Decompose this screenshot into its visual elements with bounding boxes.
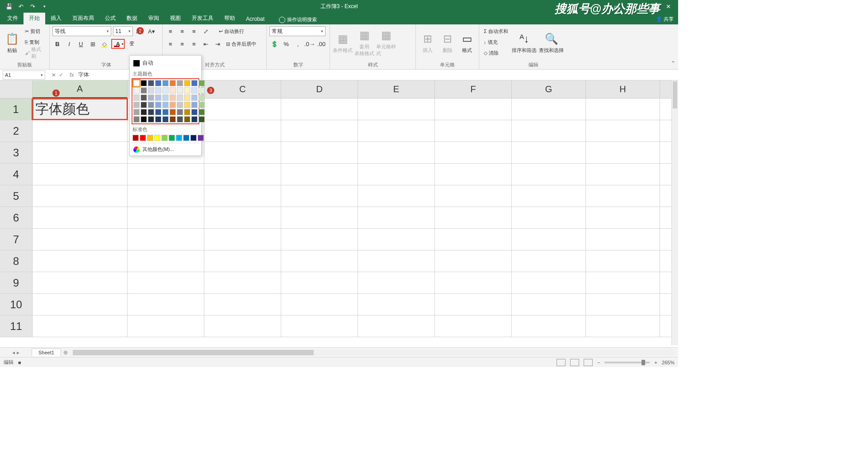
- cell-C10[interactable]: [204, 294, 281, 315]
- cell-A7[interactable]: [33, 229, 127, 250]
- theme-swatch[interactable]: [162, 102, 169, 108]
- cell-C2[interactable]: [204, 120, 281, 141]
- theme-swatch[interactable]: [170, 80, 176, 86]
- cell-D9[interactable]: [281, 272, 358, 293]
- undo-icon[interactable]: ↶: [15, 1, 26, 12]
- decrease-decimal-button[interactable]: .00: [316, 39, 326, 49]
- cell-G6[interactable]: [512, 207, 586, 228]
- cell-H1[interactable]: [586, 99, 660, 120]
- theme-swatch[interactable]: [198, 109, 205, 115]
- orientation-button[interactable]: ⤢: [201, 26, 211, 36]
- scroll-thumb[interactable]: [673, 81, 677, 108]
- theme-swatch[interactable]: [133, 109, 140, 115]
- theme-swatch[interactable]: [141, 102, 147, 108]
- theme-swatch[interactable]: [141, 116, 147, 122]
- standard-swatch[interactable]: [190, 135, 197, 141]
- bold-button[interactable]: B: [52, 39, 62, 49]
- col-header-A[interactable]: A: [33, 80, 127, 98]
- theme-swatch[interactable]: [191, 80, 198, 86]
- tab-insert[interactable]: 插入: [45, 12, 67, 24]
- col-header-H[interactable]: H: [586, 80, 660, 98]
- zoom-in-button[interactable]: +: [654, 360, 657, 365]
- align-bottom-button[interactable]: ≡: [189, 26, 199, 36]
- cell-E8[interactable]: [358, 250, 435, 272]
- theme-swatch[interactable]: [133, 102, 140, 108]
- cell-G1[interactable]: [512, 99, 586, 120]
- theme-swatch[interactable]: [177, 80, 183, 86]
- cell-B6[interactable]: [127, 207, 204, 228]
- theme-swatch[interactable]: [155, 116, 161, 122]
- cell-H7[interactable]: [586, 229, 660, 250]
- col-header-E[interactable]: E: [358, 80, 435, 98]
- font-size-select[interactable]: 11▾: [113, 26, 133, 36]
- indent-inc-button[interactable]: ⇥: [212, 39, 222, 49]
- cell-D6[interactable]: [281, 207, 358, 228]
- cell-H11[interactable]: [586, 316, 660, 337]
- theme-swatch[interactable]: [198, 116, 205, 122]
- cell-G11[interactable]: [512, 316, 586, 337]
- sheet-tab-1[interactable]: Sheet1: [32, 349, 61, 356]
- theme-swatch[interactable]: [184, 102, 190, 108]
- theme-swatch[interactable]: [177, 109, 183, 115]
- indent-dec-button[interactable]: ⇤: [201, 39, 211, 49]
- theme-swatch[interactable]: [198, 80, 205, 86]
- tab-view[interactable]: 视图: [165, 12, 186, 24]
- cell-F1[interactable]: [435, 99, 512, 120]
- theme-swatch[interactable]: [198, 87, 205, 94]
- cell-A1[interactable]: 字体颜色: [33, 99, 127, 120]
- paste-button[interactable]: 📋粘贴: [3, 26, 21, 59]
- row-header-10[interactable]: 10: [0, 294, 33, 315]
- theme-swatch[interactable]: [184, 80, 190, 86]
- theme-swatch[interactable]: [155, 80, 161, 86]
- theme-swatch[interactable]: [184, 87, 190, 94]
- conditional-format-button[interactable]: ▦条件格式: [333, 26, 353, 59]
- delete-cells-button[interactable]: ⊟删除: [439, 26, 457, 59]
- cell-C3[interactable]: [204, 142, 281, 163]
- theme-swatch[interactable]: [148, 116, 154, 122]
- row-header-11[interactable]: 11: [0, 316, 33, 337]
- theme-swatch[interactable]: [155, 109, 161, 115]
- cell-H6[interactable]: [586, 207, 660, 228]
- standard-swatch[interactable]: [183, 135, 189, 141]
- theme-swatch[interactable]: [191, 87, 198, 94]
- normal-view-button[interactable]: [557, 359, 566, 366]
- cell-C8[interactable]: [204, 250, 281, 272]
- theme-swatch[interactable]: [162, 80, 169, 86]
- cell-D5[interactable]: [281, 185, 358, 207]
- theme-swatch[interactable]: [184, 109, 190, 115]
- theme-swatch[interactable]: [141, 94, 147, 101]
- cell-F2[interactable]: [435, 120, 512, 141]
- theme-swatch[interactable]: [148, 94, 154, 101]
- insert-cells-button[interactable]: ⊞插入: [419, 26, 437, 59]
- cell-A3[interactable]: [33, 142, 127, 163]
- cell-D2[interactable]: [281, 120, 358, 141]
- theme-swatch[interactable]: [177, 102, 183, 108]
- cell-B8[interactable]: [127, 250, 204, 272]
- find-select-button[interactable]: 🔍查找和选择: [539, 26, 564, 59]
- tab-help[interactable]: 帮助: [219, 12, 241, 24]
- cell-B11[interactable]: [127, 316, 204, 337]
- cell-G4[interactable]: [512, 164, 586, 185]
- cell-G8[interactable]: [512, 250, 586, 272]
- cell-F11[interactable]: [435, 316, 512, 337]
- cancel-edit-icon[interactable]: ✕: [52, 72, 56, 78]
- fill-color-button[interactable]: ◇: [99, 39, 109, 49]
- cell-E3[interactable]: [358, 142, 435, 163]
- qat-dropdown-icon[interactable]: ▾: [39, 1, 50, 12]
- cell-H8[interactable]: [586, 250, 660, 272]
- standard-swatch[interactable]: [169, 135, 175, 141]
- standard-swatch[interactable]: [176, 135, 182, 141]
- color-auto-row[interactable]: 自动: [132, 57, 199, 69]
- name-box[interactable]: A1▾: [3, 71, 45, 80]
- theme-swatch[interactable]: [191, 94, 198, 101]
- theme-swatch[interactable]: [155, 94, 161, 101]
- cell-B9[interactable]: [127, 272, 204, 293]
- border-button[interactable]: ⊞: [88, 39, 98, 49]
- tab-file[interactable]: 文件: [2, 12, 24, 24]
- cell-G9[interactable]: [512, 272, 586, 293]
- table-format-button[interactable]: ▦套用 表格格式: [354, 26, 374, 59]
- standard-swatch[interactable]: [161, 135, 168, 141]
- cell-F9[interactable]: [435, 272, 512, 293]
- clear-button[interactable]: ◇清除: [482, 48, 510, 58]
- tab-data[interactable]: 数据: [121, 12, 143, 24]
